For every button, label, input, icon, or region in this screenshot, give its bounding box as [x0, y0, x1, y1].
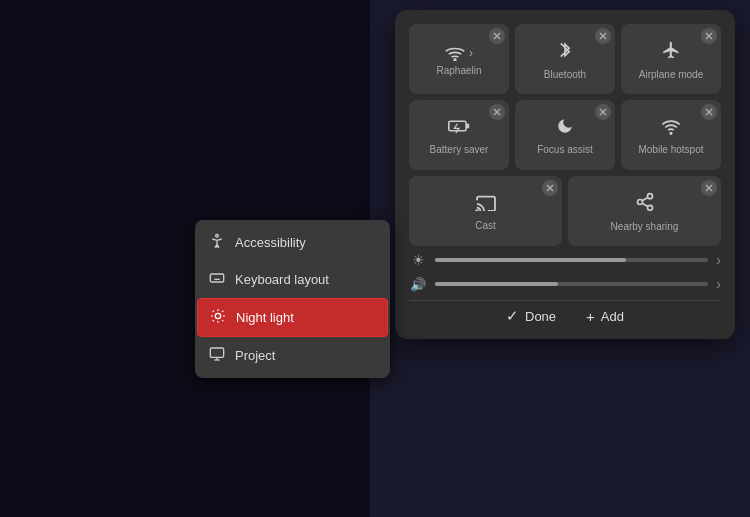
share-icon	[635, 192, 655, 217]
airplane-badge	[701, 28, 717, 44]
brightness-track[interactable]	[435, 258, 708, 262]
svg-point-33	[215, 313, 220, 318]
done-button[interactable]: ✓ Done	[506, 307, 556, 325]
volume-icon: 🔊	[409, 277, 427, 292]
focus-badge	[595, 104, 611, 120]
svg-line-25	[642, 197, 648, 200]
menu-item-keyboard-layout[interactable]: Keyboard layout	[195, 261, 390, 298]
cast-icon	[475, 193, 497, 216]
svg-rect-27	[210, 274, 223, 282]
svg-line-24	[642, 203, 648, 206]
svg-rect-9	[449, 121, 466, 130]
night-light-icon	[210, 308, 226, 327]
cast-label: Cast	[475, 220, 496, 231]
svg-line-41	[222, 311, 223, 312]
volume-fill	[435, 282, 558, 286]
hotspot-icon	[661, 117, 681, 140]
night-light-label: Night light	[236, 310, 294, 325]
accessibility-icon	[209, 233, 225, 252]
menu-item-project[interactable]: Project	[195, 337, 390, 374]
brightness-icon: ☀	[409, 252, 427, 268]
hotspot-badge	[701, 104, 717, 120]
quick-settings-panel: › Raphaelin Bluetooth	[395, 10, 735, 339]
moon-icon	[556, 117, 574, 140]
mobile-hotspot-label: Mobile hotspot	[638, 144, 703, 155]
svg-point-23	[647, 205, 652, 210]
svg-rect-10	[466, 124, 469, 129]
tile-nearby-sharing[interactable]: Nearby sharing	[568, 176, 721, 246]
bluetooth-icon	[556, 40, 574, 65]
brightness-slider-row: ☀ ›	[409, 252, 721, 268]
check-icon: ✓	[506, 307, 519, 325]
wifi-chevron: ›	[469, 46, 473, 60]
tile-wifi[interactable]: › Raphaelin	[409, 24, 509, 94]
battery-saver-label: Battery saver	[430, 144, 489, 155]
tile-bluetooth[interactable]: Bluetooth	[515, 24, 615, 94]
bluetooth-label: Bluetooth	[544, 69, 586, 80]
battery-badge	[489, 104, 505, 120]
tile-focus-assist[interactable]: Focus assist	[515, 100, 615, 170]
volume-slider-row: 🔊 ›	[409, 276, 721, 292]
tile-mobile-hotspot[interactable]: Mobile hotspot	[621, 100, 721, 170]
svg-line-40	[213, 320, 214, 321]
volume-track[interactable]	[435, 282, 708, 286]
tile-battery-saver[interactable]: Battery saver	[409, 100, 509, 170]
add-button[interactable]: + Add	[586, 307, 624, 325]
nearby-sharing-label: Nearby sharing	[611, 221, 679, 232]
svg-point-21	[647, 194, 652, 199]
airplane-icon	[661, 40, 681, 65]
volume-chevron[interactable]: ›	[716, 276, 721, 292]
project-icon	[209, 346, 225, 365]
sliders-section: ☀ › 🔊 ›	[409, 252, 721, 292]
svg-point-26	[216, 234, 219, 237]
wifi-label: Raphaelin	[436, 65, 481, 76]
svg-line-36	[213, 311, 214, 312]
svg-point-18	[476, 210, 478, 211]
svg-line-37	[222, 320, 223, 321]
cast-badge	[542, 180, 558, 196]
battery-icon	[448, 117, 470, 140]
keyboard-icon	[209, 270, 225, 289]
bluetooth-badge	[595, 28, 611, 44]
wifi-icon: ›	[445, 45, 473, 61]
svg-point-15	[670, 133, 672, 135]
svg-point-2	[454, 58, 456, 60]
context-menu: Accessibility Keyboard layout	[195, 220, 390, 378]
svg-rect-42	[210, 348, 223, 357]
add-label: Add	[601, 309, 624, 324]
tiles-row-3: Cast Nearby sharing	[409, 176, 721, 246]
airplane-label: Airplane mode	[639, 69, 703, 80]
svg-point-22	[637, 200, 642, 205]
tile-airplane[interactable]: Airplane mode	[621, 24, 721, 94]
accessibility-label: Accessibility	[235, 235, 306, 250]
brightness-chevron[interactable]: ›	[716, 252, 721, 268]
done-label: Done	[525, 309, 556, 324]
tiles-row-1: › Raphaelin Bluetooth	[409, 24, 721, 94]
menu-item-accessibility[interactable]: Accessibility	[195, 224, 390, 261]
plus-icon: +	[586, 308, 595, 325]
project-label: Project	[235, 348, 275, 363]
keyboard-layout-label: Keyboard layout	[235, 272, 329, 287]
tile-cast[interactable]: Cast	[409, 176, 562, 246]
bottom-action-bar: ✓ Done + Add	[409, 300, 721, 325]
nearby-badge	[701, 180, 717, 196]
wifi-badge	[489, 28, 505, 44]
focus-assist-label: Focus assist	[537, 144, 593, 155]
menu-item-night-light[interactable]: Night light	[197, 298, 388, 337]
tiles-row-2: Battery saver Focus assist	[409, 100, 721, 170]
brightness-fill	[435, 258, 626, 262]
